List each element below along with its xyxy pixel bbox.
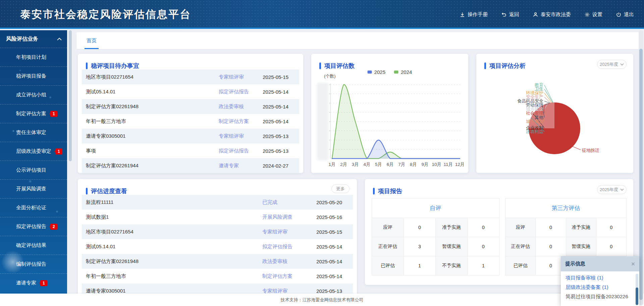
item-status-link[interactable]: 拟定评估报告: [262, 244, 292, 250]
sidebar-item-8[interactable]: 开展风险调查: [0, 179, 67, 198]
sidebar-group-risk-assessment[interactable]: 风险评估业务: [0, 30, 67, 48]
sidebar-item-13[interactable]: 邀请专家1: [0, 273, 67, 292]
logout-button[interactable]: 退出: [616, 11, 634, 18]
item-status-link[interactable]: 制定评估方案: [262, 273, 292, 279]
more-button[interactable]: 更多: [331, 184, 350, 193]
sidebar-item-3[interactable]: 成立评估小组: [0, 85, 67, 104]
notice-scrollbar[interactable]: [636, 274, 638, 305]
sidebar-item-6[interactable]: 层级政法委审定1: [0, 142, 67, 161]
item-date: 2025-05-13: [263, 133, 288, 139]
tab-home[interactable]: 首页: [81, 32, 102, 49]
report-year-value: 2025年度: [600, 187, 618, 193]
page-scrollbar-thumb[interactable]: [639, 49, 643, 300]
sidebar-item-9[interactable]: 全面分析论证: [0, 198, 67, 217]
sidebar-items: 年初项目计划稳评项目报备成立评估小组制定评估方案1责任主体审定层级政法委审定1公…: [0, 48, 67, 292]
notice-scrollbar-thumb[interactable]: [636, 288, 638, 305]
table-row: 应评0准予实施0: [372, 218, 499, 237]
notice-link-item[interactable]: 项目报备审核 (1): [566, 275, 635, 281]
sidebar-scrollbar[interactable]: [68, 30, 72, 294]
item-status-link[interactable]: 开展风险调查: [262, 214, 292, 220]
back-button[interactable]: 返回: [501, 11, 519, 18]
item-date: 2025-05-14: [263, 104, 288, 110]
sidebar-scrollbar-thumb[interactable]: [69, 30, 72, 161]
item-status-link[interactable]: 专家组评审: [219, 74, 244, 80]
table-value-cell: 0: [468, 218, 499, 237]
line-chart: 1月2月3月4月5月6月7月8月9月10月11月12月: [311, 54, 468, 173]
chevron-up-icon: [57, 38, 62, 41]
todo-card: 稳评项目待办事宜 地区市项目02271654专家组评审2025-05-15测试0…: [78, 54, 303, 173]
sidebar-item-label: 公示评估项目: [16, 167, 46, 173]
progress-title-text: 评估进度查看: [91, 187, 127, 195]
power-icon: [616, 12, 622, 17]
sidebar-item-label: 全面分析论证: [16, 205, 46, 211]
sidebar-group-label: 风险评估业务: [6, 36, 38, 43]
tab-bar: 首页: [76, 32, 639, 49]
title-accent-bar: [86, 62, 88, 69]
sidebar-item-5[interactable]: 责任主体审定: [0, 123, 67, 142]
item-status-link[interactable]: 专家组评审: [219, 133, 244, 139]
table-label-cell: 暂缓实施: [436, 237, 468, 256]
svg-text:4月: 4月: [363, 162, 370, 167]
item-status-link[interactable]: 拟定评估报告: [219, 148, 249, 154]
list-item: 年初一般三方地市制定评估方案2025-05-14: [82, 114, 299, 129]
item-status-link[interactable]: 已完成: [262, 199, 277, 206]
table-row: 应评0准予实施0: [505, 218, 627, 237]
sidebar-item-1[interactable]: 年初项目计划: [0, 48, 67, 67]
item-status-link[interactable]: 制定评估方案: [219, 118, 249, 125]
item-name: 制定评估方案02261948: [86, 258, 139, 265]
settings-button[interactable]: 设置: [584, 11, 602, 18]
pie-label-涉农利益: 涉农利益: [478, 129, 543, 134]
table-value-cell: 0: [596, 237, 626, 256]
sidebar-item-label: 确定评估结果: [16, 242, 46, 249]
sidebar-item-label: 邀请专家: [16, 280, 36, 286]
notification-badge: 1: [55, 148, 62, 155]
sidebar-item-10[interactable]: 拟定评估报告2: [0, 217, 67, 236]
table-value-cell: 0: [536, 237, 566, 256]
svg-text:12月: 12月: [455, 162, 465, 167]
table-value-cell: 0: [596, 218, 626, 237]
gear-icon: [584, 12, 590, 17]
item-date: 2025-05-16: [316, 214, 342, 220]
sidebar-item-2[interactable]: 稳评项目报备: [0, 67, 67, 85]
main-content: 首页 稳评项目待办事宜 地区市项目02271654专家组评审2025-05-15…: [67, 30, 644, 306]
title-accent-bar: [373, 188, 375, 194]
list-item: 年初一般三方地市制定评估方案2025-05-14: [82, 269, 353, 283]
report-card-title: 项目报告: [373, 187, 402, 195]
footer-bar: 技术支持：江苏海盟金网信息技术有限公司: [0, 294, 644, 306]
manual-button[interactable]: 操作手册: [460, 11, 488, 18]
account-label: 泰安市政法委: [541, 11, 571, 18]
notice-link-item[interactable]: 层级政法委备案 (1): [566, 284, 635, 291]
item-date: 2025-05-15: [263, 74, 288, 80]
item-name: 测试数据1: [86, 214, 109, 220]
svg-text:8月: 8月: [410, 162, 417, 167]
item-status-link[interactable]: 政法委审核: [219, 103, 244, 110]
item-name: 年初一般三方地市: [86, 118, 126, 125]
item-status-link[interactable]: 专家组评审: [262, 288, 287, 294]
notification-badge: 2: [50, 224, 57, 230]
table-label-cell: 应评: [505, 218, 536, 237]
sidebar-item-4[interactable]: 制定评估方案1: [0, 104, 67, 123]
sidebar-item-11[interactable]: 确定评估结果: [0, 236, 67, 255]
report-title-text: 项目报告: [378, 187, 402, 195]
item-status-link[interactable]: 邀请专家: [219, 163, 239, 169]
item-date: 2025-05-15: [316, 229, 342, 235]
item-status-link[interactable]: 专家组评审: [262, 229, 287, 235]
svg-text:9月: 9月: [422, 162, 429, 167]
report-year-dropdown[interactable]: 2025年度: [597, 185, 627, 194]
page-scrollbar[interactable]: [639, 30, 643, 305]
settings-label: 设置: [592, 11, 602, 18]
close-icon[interactable]: ×: [631, 261, 635, 267]
todo-rows: 地区市项目02271654专家组评审2025-05-15测试05.14.01拟定…: [82, 70, 299, 173]
sidebar-item-12[interactable]: 编制评估报告: [0, 255, 67, 273]
item-status-link[interactable]: 拟定评估报告: [219, 89, 249, 95]
item-date: 2025-05-14: [263, 119, 288, 124]
back-label: 返回: [509, 11, 519, 18]
svg-text:5月: 5月: [375, 162, 382, 167]
sidebar-item-7[interactable]: 公示评估项目: [0, 161, 67, 179]
account-button[interactable]: 泰安市政法委: [533, 11, 571, 18]
sidebar-item-label: 制定评估方案: [16, 111, 46, 117]
list-item: 地区市项目02271654专家组评审2025-05-15: [82, 224, 353, 239]
header-bar: 泰安市社会稳定风险评估信息平台 操作手册 返回 泰安市政法委 设置 退出: [0, 0, 644, 29]
item-status-link[interactable]: 政法委审核: [262, 258, 287, 265]
item-date: 2025-05-20: [316, 200, 342, 205]
